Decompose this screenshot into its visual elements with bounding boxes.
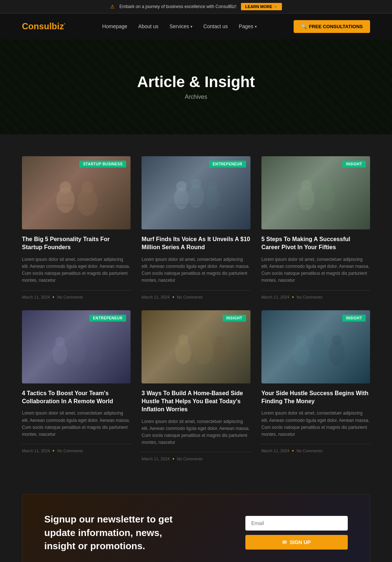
svg-point-24 [178,334,188,345]
signup-label: SIGN UP [290,539,311,545]
logo-dot: ° [64,23,65,27]
card-comments-4: No Comments [57,449,83,453]
meta-dot-1 [53,296,54,298]
top-banner: ⚠ Embark on a journey of business excell… [0,0,392,14]
card-date-2: March 11, 2024 [142,295,169,299]
banner-message: Embark on a journey of business excellen… [119,4,236,9]
nav-link-about[interactable]: About us [138,23,158,29]
article-card-2[interactable]: ENTREPENEUR Murf Finds Its Voice As It U… [142,156,250,299]
chevron-down-icon-pages: ▾ [255,25,257,29]
card-title-2: Murf Finds Its Voice As It Unveils A $10… [142,235,250,252]
nav-link-contact[interactable]: Contact us [203,23,228,29]
category-badge-5: INSIGHT [223,315,246,322]
card-title-1: The Big 5 Personality Traits For Startup… [22,235,131,252]
logo-main: Consul [22,21,52,31]
svg-point-6 [176,181,186,191]
svg-point-26 [197,330,209,342]
nav-link-homepage[interactable]: Homepage [102,23,128,29]
svg-point-34 [332,335,342,345]
nav-links: Homepage About us Services ▾ Contact us … [102,23,257,29]
card-excerpt-3: Lorem ipsum dolor sit amet, consectetuer… [261,256,370,284]
card-excerpt-5: Lorem ipsum dolor sit amet, consectetuer… [142,418,250,446]
search-icon: 🔍 [301,24,307,29]
category-badge-4: ENTREPENEUR [89,315,126,322]
card-date-4: March 11, 2024 [22,449,50,453]
card-excerpt-2: Lorem ipsum dolor sit amet, consectetuer… [142,256,250,284]
card-meta-1: March 11, 2024 No Comments [22,290,131,299]
card-meta-5: March 11, 2024 No Comments [142,452,250,461]
card-title-4: 4 Tactics To Boost Your Team's Collabora… [22,389,131,406]
svg-point-28 [215,336,225,345]
card-meta-4: March 11, 2024 No Comments [22,444,131,453]
hero-subtitle: Archives [137,94,255,100]
nav-item-homepage[interactable]: Homepage [102,23,128,29]
card-comments-5: No Comments [177,457,203,461]
svg-point-3 [82,181,93,193]
svg-rect-4 [51,204,102,207]
card-comments-1: No Comments [57,295,83,299]
svg-point-1 [60,181,71,193]
card-date-6: March 11, 2024 [261,449,289,453]
logo-accent: biz [52,21,64,31]
nav-link-pages[interactable]: Pages ▾ [239,23,257,29]
card-image-wrap-1: STARTUP BUSINESS [22,156,131,229]
article-card-5[interactable]: INSIGHT 3 Ways To Build A Home-Based Sid… [142,310,250,461]
card-meta-3: March 11, 2024 No Comments [261,290,370,299]
meta-dot-6 [292,450,294,452]
card-image-wrap-4: ENTREPENEUR [22,310,131,383]
nav-link-services[interactable]: Services ▾ [169,23,192,29]
nav-item-services[interactable]: Services ▾ [169,23,192,29]
card-meta-2: March 11, 2024 No Comments [142,290,250,299]
nav-item-contact[interactable]: Contact us [203,23,228,29]
svg-rect-11 [167,204,225,206]
meta-dot-2 [173,296,174,298]
svg-rect-16 [294,206,338,207]
category-badge-2: ENTREPENEUR [209,161,246,168]
newsletter-text: Signup our newsletter to get update info… [44,513,191,552]
category-badge-6: INSIGHT [342,315,366,322]
article-card-3[interactable]: INSIGHT 5 Steps To Making A Successful C… [261,156,370,299]
card-excerpt-4: Lorem ipsum dolor sit amet, consectetuer… [22,410,131,438]
article-card-1[interactable]: STARTUP BUSINESS The Big 5 Personality T… [22,156,131,299]
warning-icon: ⚠ [110,4,115,10]
card-title-6: Your Side Hustle Success Begins With Fin… [261,389,370,406]
free-consultations-button[interactable]: 🔍 FREE CONSULTATIONS [294,20,370,33]
category-badge-3: INSIGHT [342,161,366,168]
meta-dot-3 [292,296,294,298]
hero-content: Article & Insight Archives [137,73,255,100]
email-input[interactable] [245,516,348,531]
newsletter-section: Signup our newsletter to get update info… [0,483,392,562]
category-badge-1: STARTUP BUSINESS [79,161,126,168]
svg-point-10 [207,181,218,191]
newsletter-box: Signup our newsletter to get update info… [22,494,370,562]
svg-point-15 [321,180,332,191]
learn-more-button[interactable]: LEARN MORE → [241,3,282,10]
article-card-6[interactable]: INSIGHT Your Side Hustle Success Begins … [261,310,370,461]
svg-point-13 [301,180,312,191]
nav-item-about[interactable]: About us [138,23,158,29]
article-card-4[interactable]: ENTREPENEUR 4 Tactics To Boost Your Team… [22,310,131,461]
navbar: Consulbiz° Homepage About us Services ▾ … [0,14,392,39]
card-excerpt-1: Lorem ipsum dolor sit amet, consectetuer… [22,256,131,284]
svg-point-20 [71,332,82,343]
card-image-wrap-5: INSIGHT [142,310,250,383]
svg-point-32 [314,333,325,344]
card-title-5: 3 Ways To Build A Home-Based Side Hustle… [142,389,250,414]
card-image-wrap-6: INSIGHT [261,310,370,383]
svg-point-18 [55,337,65,346]
card-date-5: March 11, 2024 [142,457,169,461]
newsletter-form: ✉ SIGN UP [245,516,348,550]
card-image-wrap-2: ENTREPENEUR [142,156,250,229]
signup-button[interactable]: ✉ SIGN UP [245,535,348,550]
svg-point-8 [191,179,201,189]
mail-icon: ✉ [282,539,287,545]
site-logo[interactable]: Consulbiz° [22,21,65,31]
card-date-3: March 11, 2024 [261,295,289,299]
card-comments-3: No Comments [297,295,322,299]
nav-item-pages[interactable]: Pages ▾ [239,23,257,29]
articles-grid: STARTUP BUSINESS The Big 5 Personality T… [22,156,370,461]
card-image-wrap-3: INSIGHT [261,156,370,229]
card-comments-6: No Comments [297,449,322,453]
card-title-3: 5 Steps To Making A Successful Career Pi… [261,235,370,252]
meta-dot-4 [53,450,54,452]
